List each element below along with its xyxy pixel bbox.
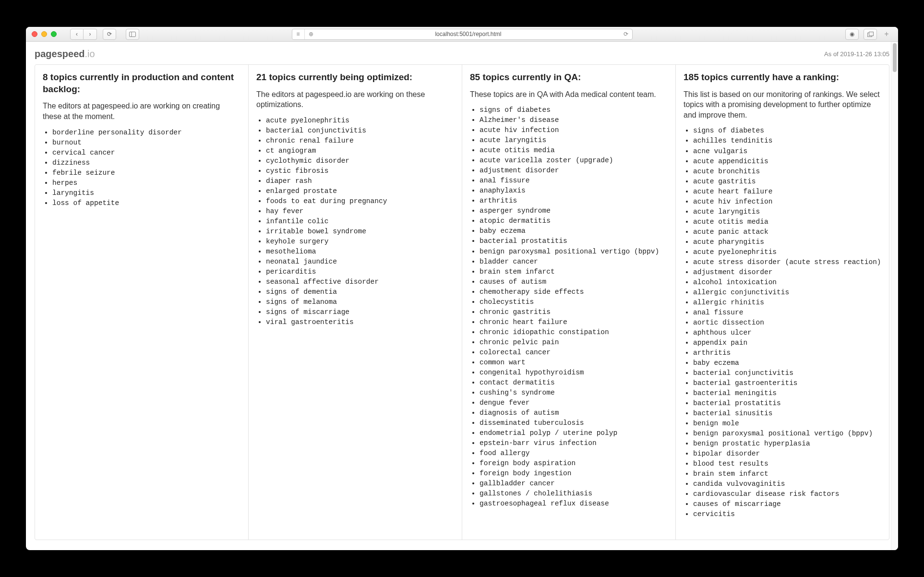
tabs-button[interactable]	[864, 29, 877, 40]
topic-item: cervicitis	[693, 509, 881, 519]
shield-icon: ◉	[850, 31, 854, 37]
topic-item: borderline personality disorder	[52, 128, 240, 138]
topic-item: arthritis	[693, 348, 881, 358]
topic-item: anaphylaxis	[480, 186, 668, 196]
column-description: This list is based on our monitoring of …	[684, 89, 881, 120]
topic-item: chronic renal failure	[266, 136, 454, 146]
traffic-lights	[32, 31, 57, 37]
site-settings-button[interactable]: ⊕	[305, 29, 317, 39]
topic-item: benign paroxysmal positional vertigo (bp…	[480, 247, 668, 257]
topic-item: febrile seizure	[52, 168, 240, 178]
topic-item: acne vulgaris	[693, 146, 881, 156]
column-title: 8 topics currently in production and con…	[43, 72, 240, 95]
chevron-right-icon: ›	[89, 31, 91, 37]
close-window-button[interactable]	[32, 31, 37, 37]
topic-item: acute heart failure	[693, 187, 881, 197]
topic-item: cyclothymic disorder	[266, 156, 454, 166]
topic-item: acute pyelonephritis	[266, 116, 454, 126]
topic-item: cardiovascular disease risk factors	[693, 489, 881, 499]
topic-item: laryngitis	[52, 188, 240, 198]
forward-button[interactable]: ›	[84, 29, 97, 40]
new-tab-button[interactable]: +	[882, 29, 891, 40]
topic-item: acute panic attack	[693, 227, 881, 237]
topic-item: keyhole surgery	[266, 237, 454, 247]
reload-button[interactable]: ⟳	[103, 29, 116, 40]
topic-item: causes of miscarriage	[693, 499, 881, 509]
topic-item: acute otitis media	[693, 217, 881, 227]
topic-item: herpes	[52, 178, 240, 188]
topic-item: dengue fever	[480, 398, 668, 408]
privacy-report-button[interactable]: ◉	[845, 29, 859, 40]
minimize-window-button[interactable]	[41, 31, 47, 37]
address-reload-button[interactable]: ⟳	[620, 31, 632, 37]
chevron-left-icon: ‹	[76, 31, 78, 37]
plus-circle-icon: ⊕	[309, 31, 313, 37]
topic-item: disseminated tuberculosis	[480, 418, 668, 428]
scrollbar-track[interactable]	[891, 42, 898, 550]
site-logo: pagespeed.io	[35, 48, 95, 60]
topic-item: bacterial prostatitis	[693, 398, 881, 409]
topic-item: acute otitis media	[480, 145, 668, 156]
topic-item: acute varicella zoster (upgrade)	[480, 156, 668, 166]
url-text: localhost:5001/report.html	[317, 31, 620, 37]
topic-item: bacterial meningitis	[693, 388, 881, 398]
columns-container: 8 topics currently in production and con…	[35, 64, 889, 540]
topic-item: adjustment disorder	[480, 166, 668, 176]
column-description: These topics are in QA with Ada medical …	[470, 89, 668, 100]
sidebar-toggle-button[interactable]	[126, 29, 139, 40]
topic-item: benign paroxysmal positional vertigo (bp…	[693, 429, 881, 439]
topic-item: signs of miscarriage	[266, 307, 454, 317]
topic-item: baby eczema	[693, 358, 881, 368]
topic-item: cervical cancer	[52, 148, 240, 158]
reader-button[interactable]: ≡	[292, 29, 305, 39]
browser-window: ‹ › ⟳ ≡ ⊕ localhost:5001/report.html	[26, 27, 898, 550]
topic-item: dizziness	[52, 158, 240, 168]
topic-item: foods to eat during pregnancy	[266, 196, 454, 206]
titlebar: ‹ › ⟳ ≡ ⊕ localhost:5001/report.html	[26, 27, 898, 42]
topic-item: aphthous ulcer	[693, 328, 881, 338]
topic-item: gallbladder cancer	[480, 479, 668, 489]
topic-list: signs of diabetesAlzheimer's diseaseacut…	[470, 105, 668, 509]
topic-item: common wart	[480, 358, 668, 368]
topic-item: benign mole	[693, 419, 881, 429]
topic-item: arthritis	[480, 196, 668, 206]
topic-item: bacterial conjunctivitis	[693, 368, 881, 378]
maximize-window-button[interactable]	[51, 31, 57, 37]
reload-icon: ⟳	[624, 31, 628, 37]
column-title: 21 topics currently being optimized:	[256, 72, 454, 84]
topic-list: borderline personality disorderburnoutce…	[43, 128, 240, 208]
address-bar[interactable]: ≡ ⊕ localhost:5001/report.html ⟳	[292, 29, 633, 40]
topic-item: brain stem infarct	[693, 469, 881, 479]
topic-item: seasonal affective disorder	[266, 277, 454, 287]
topic-item: acute bronchitis	[693, 167, 881, 177]
topic-item: anal fissure	[693, 308, 881, 318]
scrollbar-thumb[interactable]	[893, 43, 897, 72]
topic-item: signs of melanoma	[266, 297, 454, 307]
topic-item: irritable bowel syndrome	[266, 227, 454, 237]
topic-item: asperger syndrome	[480, 206, 668, 216]
back-button[interactable]: ‹	[70, 29, 84, 40]
topic-item: acute stress disorder (acute stress reac…	[693, 257, 881, 267]
topic-item: food allergy	[480, 448, 668, 458]
topic-item: candida vulvovaginitis	[693, 479, 881, 489]
topic-item: bacterial prostatitis	[480, 236, 668, 246]
topic-item: allergic conjunctivitis	[693, 288, 881, 298]
topic-item: signs of diabetes	[693, 126, 881, 136]
topic-item: loss of appetite	[52, 198, 240, 208]
page-content: pagespeed.io As of 2019-11-26 13:05 8 to…	[26, 42, 898, 550]
topic-item: Alzheimer's disease	[480, 115, 668, 125]
topic-item: benign prostatic hyperplasia	[693, 439, 881, 449]
topic-item: diaper rash	[266, 176, 454, 186]
topic-item: colorectal cancer	[480, 348, 668, 358]
column-title: 85 topics currently in QA:	[470, 72, 668, 84]
column-description: The editors at pagespeed.io are working …	[43, 101, 240, 121]
topic-item: signs of diabetes	[480, 105, 668, 115]
topic-item: congenital hypothyroidism	[480, 368, 668, 378]
topic-item: foreign body ingestion	[480, 469, 668, 479]
topic-item: blood test results	[693, 459, 881, 469]
topic-item: cushing's syndrome	[480, 388, 668, 398]
topic-item: bladder cancer	[480, 257, 668, 267]
topic-item: appendix pain	[693, 338, 881, 348]
topic-item: acute hiv infection	[480, 125, 668, 135]
topic-item: chronic heart failure	[480, 317, 668, 327]
